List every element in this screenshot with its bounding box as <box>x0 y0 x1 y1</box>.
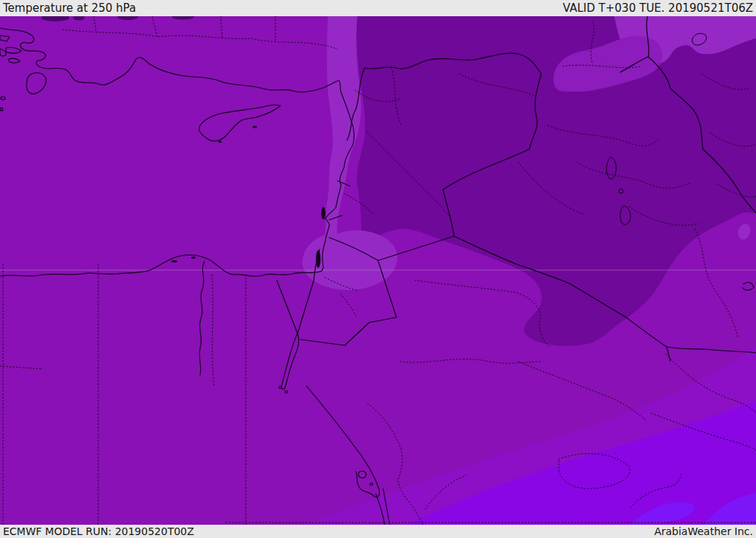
header-bar: Temperature at 250 hPa VALID T+030 TUE. … <box>0 0 756 16</box>
delta-lagoon-2 <box>191 257 196 259</box>
map-canvas <box>0 16 756 525</box>
page-title: Temperature at 250 hPa <box>3 1 136 15</box>
delta-lagoon-1 <box>171 261 177 263</box>
cyprus-lake-1 <box>219 141 222 143</box>
credit-label: ArabiaWeather Inc. <box>654 525 753 537</box>
valid-time-label: VALID T+030 TUE. 20190521T06Z <box>563 1 753 15</box>
sea-of-galilee <box>321 207 326 220</box>
cyprus-lake-2 <box>252 126 257 128</box>
footer-bar: ECMWF MODEL RUN: 20190520T00Z ArabiaWeat… <box>0 525 756 538</box>
weather-map-app: Temperature at 250 hPa VALID T+030 TUE. … <box>0 0 756 538</box>
temperature-map <box>0 16 756 525</box>
model-run-label: ECMWF MODEL RUN: 20190520T00Z <box>3 525 194 537</box>
dead-sea <box>316 250 320 268</box>
